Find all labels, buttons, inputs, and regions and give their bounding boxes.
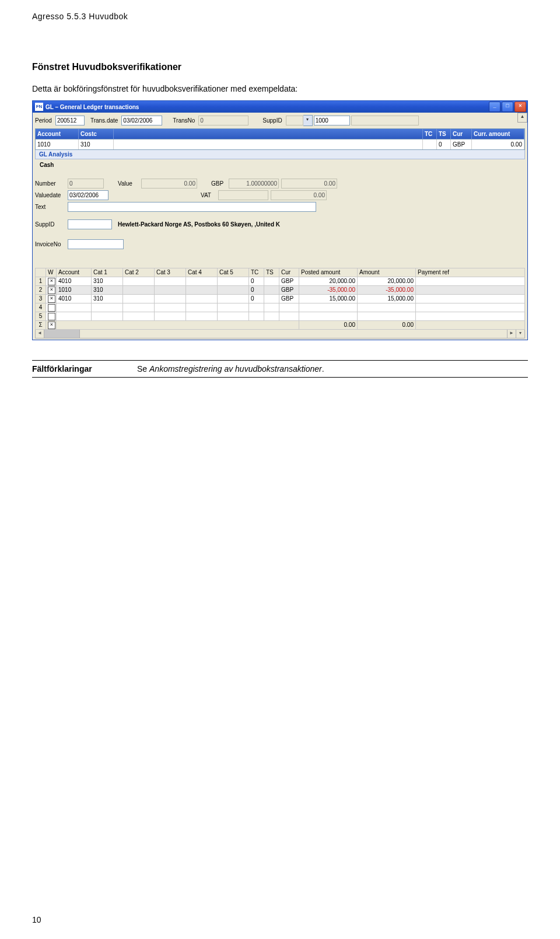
maximize-button[interactable]: □ — [502, 102, 513, 112]
invoiceno-label: InvoiceNo — [35, 241, 68, 247]
intro-text: Detta är bokföringsfönstret för huvudbok… — [32, 84, 528, 93]
table-row[interactable]: 5 — [36, 312, 525, 321]
grid-hdr-posted: Posted amount — [299, 268, 358, 277]
val-costc[interactable]: 310 — [79, 139, 114, 149]
val-tc[interactable] — [423, 139, 437, 149]
running-head: Agresso 5.5.3 Huvudbok — [32, 12, 528, 21]
period-label: Period — [35, 117, 52, 124]
vat-code-input — [218, 190, 268, 200]
grid-hdr-cat3: Cat 3 — [155, 268, 186, 277]
grid-hdr-rownum — [36, 268, 46, 277]
table-row[interactable]: 3×40103100GBP15,000.0015,000.00 — [36, 295, 525, 303]
table-row[interactable]: 4 — [36, 303, 525, 312]
page-number: 10 — [32, 915, 41, 924]
window-icon: FN — [35, 103, 43, 111]
transno-label: TransNo — [173, 117, 195, 124]
vat-amount-input: 0.00 — [271, 190, 327, 200]
scroll-up-button[interactable]: ▲ — [517, 113, 527, 123]
lines-grid[interactable]: W Account Cat 1 Cat 2 Cat 3 Cat 4 Cat 5 … — [35, 268, 525, 330]
suppid-desc-input — [351, 116, 419, 125]
header-columns-bar: Account Costc TC TS Cur Curr. amount — [35, 128, 525, 139]
section-title: Fönstret Huvudboksverifikationer — [32, 62, 528, 72]
val-ts[interactable]: 0 — [437, 139, 451, 149]
lines-grid-wrapper: W Account Cat 1 Cat 2 Cat 3 Cat 4 Cat 5 … — [35, 268, 525, 338]
gbp-label: GBP — [211, 180, 229, 187]
row-number[interactable]: 4 — [36, 303, 46, 312]
hdr-tc: TC — [423, 129, 437, 139]
gl-window: FN GL – General Ledger transactions _ □ … — [32, 100, 528, 340]
suppid-input[interactable]: 1000 — [314, 116, 350, 125]
grid-hdr-w: W — [46, 268, 57, 277]
grid-hscroll: ◄ ► ▾ — [35, 330, 525, 338]
scroll-track[interactable] — [80, 330, 507, 338]
table-row[interactable]: 1×40103100GBP20,000.0020,000.00 — [36, 277, 525, 286]
row-number[interactable]: 3 — [36, 295, 46, 303]
text-label: Text — [35, 204, 68, 210]
text-input[interactable] — [68, 202, 316, 212]
grid-hdr-tc: TC — [249, 268, 264, 277]
field-text-cell: Se Ankomstregistrering av huvudbokstrans… — [137, 361, 528, 378]
row-checkbox[interactable]: × — [46, 295, 57, 303]
suppid-code-input — [286, 116, 303, 125]
number-input: 0 — [68, 179, 104, 189]
window-title: GL – General Ledger transactions — [46, 104, 488, 110]
hdr-costc: Costc — [79, 129, 114, 139]
row-checkbox[interactable] — [46, 303, 57, 312]
valuedate-input[interactable]: 03/02/2006 — [68, 190, 108, 200]
value-input: 0.00 — [141, 179, 197, 189]
gbp-rate-input: 1.00000000 — [229, 179, 279, 189]
period-input[interactable]: 200512 — [55, 116, 85, 125]
field-text-em: Ankomstregistrering av huvudbokstransakt… — [149, 364, 322, 373]
close-button[interactable]: × — [514, 102, 526, 112]
transno-input: 0 — [198, 116, 249, 125]
suppid-label: SuppID — [262, 117, 282, 124]
transdate-input[interactable]: 03/02/2006 — [121, 116, 162, 125]
minimize-button[interactable]: _ — [489, 102, 501, 112]
field-text-prefix: Se — [137, 364, 149, 373]
gl-analysis-tab[interactable]: GL Analysis — [35, 150, 525, 159]
scroll-right-button[interactable]: ► — [507, 330, 516, 338]
grid-header-row: W Account Cat 1 Cat 2 Cat 3 Cat 4 Cat 5 … — [36, 268, 525, 277]
val-curramt[interactable]: 0.00 — [472, 139, 524, 149]
hdr-curramt: Curr. amount — [472, 129, 524, 139]
titlebar[interactable]: FN GL – General Ledger transactions _ □ … — [33, 101, 527, 113]
field-heading: Fältförklaringar — [32, 361, 137, 378]
scroll-down-button[interactable]: ▾ — [516, 330, 524, 338]
supplier-description: Hewlett-Packard Norge AS, Postboks 60 Sk… — [118, 221, 280, 228]
val-cur[interactable]: GBP — [451, 139, 472, 149]
invoiceno-input[interactable] — [68, 239, 124, 249]
scroll-thumb[interactable] — [44, 330, 80, 338]
row-number[interactable]: 2 — [36, 286, 46, 295]
suppid-dropdown-button[interactable]: ▾ — [303, 115, 313, 126]
header-values-row: 1010 310 0 GBP 0.00 — [35, 139, 525, 150]
cash-subheader: Cash — [35, 159, 525, 169]
row-checkbox[interactable]: × — [46, 277, 57, 286]
suppid2-label: SuppID — [35, 221, 68, 228]
suppid2-input[interactable] — [68, 219, 112, 229]
grid-hdr-account: Account — [57, 268, 92, 277]
row-number[interactable]: 5 — [36, 312, 46, 321]
table-row[interactable]: 2×10103100GBP-35,000.00-35,000.00 — [36, 286, 525, 295]
gbp-amount-input: 0.00 — [281, 179, 337, 189]
grid-hdr-cat1: Cat 1 — [92, 268, 123, 277]
hdr-ts: TS — [437, 129, 451, 139]
grid-hdr-amount: Amount — [358, 268, 416, 277]
val-account[interactable]: 1010 — [36, 139, 79, 149]
hdr-account: Account — [36, 129, 79, 139]
hdr-cur: Cur — [451, 129, 472, 139]
number-label: Number — [35, 180, 68, 187]
grid-hdr-cur: Cur — [279, 268, 299, 277]
grid-hdr-ts: TS — [264, 268, 279, 277]
field-text-suffix: . — [322, 364, 324, 373]
sum-row: Σ×0.000.00 — [36, 321, 525, 330]
transdate-label: Trans.date — [90, 117, 118, 124]
field-explanations-table: Fältförklaringar Se Ankomstregistrering … — [32, 360, 528, 378]
row-checkbox[interactable]: × — [46, 286, 57, 295]
row-checkbox[interactable] — [46, 312, 57, 321]
grid-hdr-cat2: Cat 2 — [123, 268, 155, 277]
grid-hdr-cat4: Cat 4 — [186, 268, 218, 277]
scroll-left-button[interactable]: ◄ — [36, 330, 44, 338]
value-label: Value — [118, 180, 141, 187]
row-number[interactable]: 1 — [36, 277, 46, 286]
vat-label: VAT — [201, 192, 218, 198]
